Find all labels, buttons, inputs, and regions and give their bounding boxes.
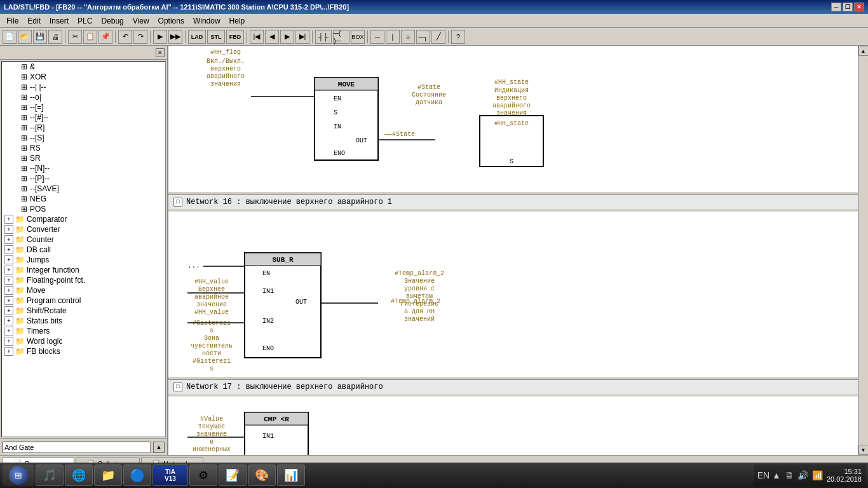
tb-nav1[interactable]: |◀	[250, 30, 264, 44]
tb-fbd[interactable]: FBD	[226, 30, 244, 44]
tree-item-progctrl[interactable]: + 📁 Program control	[2, 295, 165, 306]
search-button[interactable]: ▲	[153, 442, 165, 453]
menu-plc[interactable]: PLC	[74, 15, 96, 27]
taskbar-paint[interactable]: 🎨	[248, 464, 276, 486]
close-button[interactable]: ✕	[854, 3, 864, 11]
expand-counter[interactable]: +	[4, 235, 13, 244]
taskbar-explorer[interactable]: 📁	[94, 464, 122, 486]
tb-stl[interactable]: STL	[207, 30, 225, 44]
tree-item-statusbits[interactable]: + 📁 Status bits	[2, 316, 165, 326]
tree-item-counter[interactable]: + 📁 Counter	[2, 234, 165, 245]
tree-item-nc[interactable]: ⊞ --o|	[2, 92, 165, 102]
tb-print[interactable]: 🖨	[48, 30, 62, 44]
tb-help[interactable]: ?	[451, 30, 465, 44]
expand-timers[interactable]: +	[4, 327, 13, 336]
tb-wire-close[interactable]: ─┐	[416, 30, 430, 44]
taskbar-chrome[interactable]: 🔵	[123, 464, 151, 486]
tb-wire-v[interactable]: |	[386, 30, 400, 44]
expand-shiftrotate[interactable]: +	[4, 306, 13, 315]
expand-converter[interactable]: +	[4, 225, 13, 234]
tb-undo[interactable]: ↶	[118, 30, 132, 44]
menu-file[interactable]: File	[3, 15, 22, 27]
tree-item-coil-hash[interactable]: ⊞ --[#]--	[2, 112, 165, 123]
expand-wordlogic[interactable]: +	[4, 337, 13, 346]
taskbar-media[interactable]: 🎵	[36, 464, 64, 486]
lang-indicator[interactable]: EN ▲	[757, 470, 781, 480]
menu-help[interactable]: Help	[226, 15, 249, 27]
tb-compile[interactable]: ▶	[153, 30, 167, 44]
expand-floatfunc[interactable]: +	[4, 276, 13, 285]
tree-item-converter[interactable]: + 📁 Converter	[2, 224, 165, 234]
tb-paste[interactable]: 📌	[98, 30, 112, 44]
taskbar-settings[interactable]: ⚙	[189, 464, 217, 486]
tb-lad[interactable]: LAD	[188, 30, 206, 44]
tree-item-coil-eq[interactable]: ⊞ --[=]	[2, 102, 165, 112]
expand-statusbits[interactable]: +	[4, 316, 13, 325]
network17-collapse-btn[interactable]: □	[173, 383, 182, 391]
taskbar-browser[interactable]: 🌐	[65, 464, 93, 486]
tree-item-noc[interactable]: ⊞ --| |--	[2, 82, 165, 92]
tree-item-wordlogic[interactable]: + 📁 Word logic	[2, 336, 165, 346]
tree-item-coil-s[interactable]: ⊞ --[S]	[2, 133, 165, 143]
tb-save[interactable]: 💾	[33, 30, 47, 44]
expand-move[interactable]: +	[4, 286, 13, 295]
tb-cut[interactable]: ✂	[68, 30, 82, 44]
scroll-down-btn[interactable]: ▼	[858, 445, 869, 455]
network16-collapse-btn[interactable]: □	[173, 198, 182, 207]
tb-redo[interactable]: ↷	[133, 30, 147, 44]
tb-nav3[interactable]: ▶	[280, 30, 294, 44]
tree-item-shiftrotate[interactable]: + 📁 Shift/Rotate	[2, 306, 165, 316]
tb-nav4[interactable]: ▶|	[295, 30, 309, 44]
expand-fbblocks[interactable]: +	[4, 347, 13, 356]
tb-open[interactable]: 📂	[18, 30, 32, 44]
tb-nav2[interactable]: ◀	[265, 30, 279, 44]
tree-item-save[interactable]: ⊞ --[SAVE]	[2, 184, 165, 194]
menu-insert[interactable]: Insert	[46, 15, 72, 27]
expand-comparator[interactable]: +	[4, 215, 13, 224]
menu-view[interactable]: View	[129, 15, 153, 27]
minimize-button[interactable]: ─	[831, 3, 841, 11]
tree-item-sr[interactable]: ⊞ SR	[2, 153, 165, 163]
tree-item-move[interactable]: + 📁 Move	[2, 285, 165, 295]
tb-box[interactable]: BOX	[351, 30, 365, 44]
tb-delete-wire[interactable]: ╱	[431, 30, 445, 44]
tb-new[interactable]: 📄	[3, 30, 17, 44]
left-panel-close-btn[interactable]: ✕	[156, 48, 165, 57]
tree-item-xor[interactable]: ⊞ XOR	[2, 72, 165, 82]
tree-item-and[interactable]: ⊞ &	[2, 62, 165, 72]
tree-item-jumps[interactable]: + 📁 Jumps	[2, 255, 165, 265]
menu-window[interactable]: Window	[189, 15, 224, 27]
diagram-scroll-area[interactable]: #HH_flag Вкл./Выкл. верхнего аварийного …	[168, 46, 858, 455]
tree-item-coil-r[interactable]: ⊞ --[R]	[2, 123, 165, 133]
expand-dbcall[interactable]: +	[4, 245, 13, 254]
expand-intfunc[interactable]: +	[4, 266, 13, 274]
tb-coil[interactable]: ─( )─	[333, 30, 349, 44]
tree-item-pos-edge[interactable]: ⊞ --[P]--	[2, 173, 165, 184]
tb-wire-open[interactable]: ○	[401, 30, 415, 44]
menu-edit[interactable]: Edit	[24, 15, 44, 27]
tree-item-comparator[interactable]: + 📁 Comparator	[2, 214, 165, 224]
volume-icon[interactable]: 🔊	[797, 470, 808, 480]
taskbar-tia[interactable]: TIAV13	[153, 464, 188, 486]
restore-button[interactable]: ❐	[843, 3, 853, 11]
scroll-up-btn[interactable]: ▲	[858, 46, 869, 56]
signal-icon[interactable]: 📶	[812, 470, 823, 480]
start-button[interactable]: ⊞	[3, 464, 34, 486]
tb-copy[interactable]: 📋	[83, 30, 97, 44]
expand-jumps[interactable]: +	[4, 255, 13, 264]
tb-lad-icon[interactable]: ┤├	[315, 30, 332, 44]
taskbar-word[interactable]: 📝	[219, 464, 247, 486]
network-tray-icon[interactable]: 🖥	[785, 470, 794, 480]
tree-item-dbcall[interactable]: + 📁 DB call	[2, 245, 165, 255]
tree-item-pos[interactable]: ⊞ POS	[2, 204, 165, 214]
search-input[interactable]	[3, 442, 151, 453]
menu-options[interactable]: Options	[154, 15, 188, 27]
tb-run[interactable]: ▶▶	[168, 30, 182, 44]
tree-item-neg-edge[interactable]: ⊞ --[N]--	[2, 163, 165, 173]
menu-debug[interactable]: Debug	[97, 15, 127, 27]
tree-item-rs[interactable]: ⊞ RS	[2, 143, 165, 153]
tree-item-timers[interactable]: + 📁 Timers	[2, 326, 165, 336]
expand-progctrl[interactable]: +	[4, 296, 13, 305]
taskbar-data[interactable]: 📊	[277, 464, 305, 486]
tree-item-floatfunc[interactable]: + 📁 Floating-point fct.	[2, 275, 165, 285]
